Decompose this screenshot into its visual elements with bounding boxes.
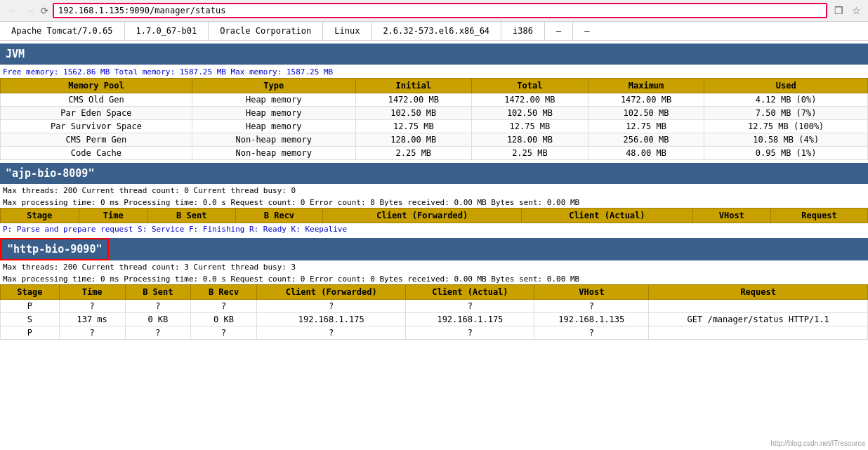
table-cell: ? [534, 326, 649, 340]
table-cell: S [1, 313, 60, 326]
ajp-thread-info-1: Max threads: 200 Current thread count: 0… [0, 184, 868, 196]
table-cell [649, 326, 868, 340]
table-header: Time [59, 285, 125, 300]
table-cell: 256.00 MB [588, 133, 704, 147]
nav-buttons: ← → ⟳ [4, 4, 48, 18]
table-cell: 10.58 MB (4%) [704, 133, 868, 147]
http-thread-line1: Max threads: 200 Current thread count: 3… [3, 263, 296, 272]
info-cell: 1.7.0_67-b01 [125, 22, 209, 40]
jvm-memory-text: Free memory: 1562.86 MB Total memory: 15… [3, 67, 333, 77]
ajp-section-header: "ajp-bio-8009" [0, 163, 868, 184]
table-header: Type [192, 79, 355, 93]
jvm-title: JVM [6, 48, 25, 60]
table-cell: ? [256, 326, 406, 340]
table-cell: 0 KB [191, 313, 257, 326]
table-row: S137 ms0 KB0 KB192.168.1.175192.168.1.17… [1, 313, 868, 326]
jvm-memory-table: Memory PoolTypeInitialTotalMaximumUsedCM… [0, 78, 868, 160]
table-cell: Par Eden Space [1, 107, 192, 120]
forward-button[interactable]: → [22, 4, 38, 18]
table-row: P?????? [1, 300, 868, 313]
table-cell: 192.168.1.175 [406, 313, 534, 326]
table-cell: 128.00 MB [355, 133, 472, 147]
table-cell: 12.75 MB [355, 120, 472, 133]
table-row: Par Eden SpaceHeap memory102.50 MB102.50… [1, 107, 868, 120]
info-cell: – [545, 22, 573, 40]
table-header: B Recv [235, 209, 323, 223]
table-header: Client (Forwarded) [323, 209, 522, 223]
table-header: Request [771, 209, 868, 223]
ajp-legend-text: P: Parse and prepare request S: Service … [3, 225, 347, 234]
table-header: Total [472, 79, 588, 93]
star-btn[interactable]: ☆ [849, 4, 864, 18]
table-cell: ? [125, 300, 191, 313]
table-header: B Recv [191, 285, 257, 300]
back-button[interactable]: ← [4, 4, 20, 18]
table-cell: Code Cache [1, 147, 192, 160]
table-header: Client (Forwarded) [256, 285, 406, 300]
page-content: Apache Tomcat/7.0.651.7.0_67-b01Oracle C… [0, 22, 868, 340]
jvm-memory-info: Free memory: 1562.86 MB Total memory: 15… [0, 65, 868, 78]
table-cell: P [1, 326, 60, 340]
table-cell: 137 ms [59, 313, 125, 326]
table-cell: Non-heap memory [192, 147, 355, 160]
table-cell: Heap memory [192, 93, 355, 107]
table-cell: Non-heap memory [192, 133, 355, 147]
info-cell: 2.6.32-573.el6.x86_64 [371, 22, 501, 40]
table-cell: 0 KB [125, 313, 191, 326]
table-cell: 12.75 MB (100%) [704, 120, 868, 133]
table-header: B Sent [125, 285, 191, 300]
info-cell: Apache Tomcat/7.0.65 [0, 22, 125, 40]
screen-btn[interactable]: ❐ [831, 4, 846, 18]
table-header: VHost [692, 209, 771, 223]
table-cell: CMS Old Gen [1, 93, 192, 107]
reload-button[interactable]: ⟳ [41, 6, 48, 16]
info-cell: – [573, 22, 600, 40]
table-cell: ? [256, 300, 406, 313]
info-cell: Linux [323, 22, 371, 40]
table-cell: ? [59, 326, 125, 340]
table-header: Request [649, 285, 868, 300]
table-header: Initial [355, 79, 472, 93]
table-cell: 4.12 MB (0%) [704, 93, 868, 107]
table-header: B Sent [147, 209, 235, 223]
table-cell: Heap memory [192, 120, 355, 133]
info-cell: i386 [501, 22, 545, 40]
ajp-legend: P: Parse and prepare request S: Service … [0, 223, 868, 235]
table-cell: 7.50 MB (7%) [704, 107, 868, 120]
table-cell: 102.50 MB [472, 107, 588, 120]
jvm-section-header: JVM [0, 44, 868, 65]
ajp-stage-table: StageTimeB SentB RecvClient (Forwarded)C… [0, 208, 868, 223]
address-bar[interactable] [53, 3, 827, 18]
table-cell: ? [534, 300, 649, 313]
ajp-thread-line1: Max threads: 200 Current thread count: 0… [3, 186, 296, 195]
ajp-thread-line2: Max processing time: 0 ms Processing tim… [3, 198, 579, 207]
table-cell: 102.50 MB [355, 107, 472, 120]
http-thread-info-1: Max threads: 200 Current thread count: 3… [0, 260, 868, 272]
table-row: CMS Perm GenNon-heap memory128.00 MB128.… [1, 133, 868, 147]
table-cell: ? [191, 326, 257, 340]
table-cell: 1472.00 MB [588, 93, 704, 107]
table-cell: ? [191, 300, 257, 313]
table-cell: 192.168.1.135 [534, 313, 649, 326]
table-row: Par Survivor SpaceHeap memory12.75 MB12.… [1, 120, 868, 133]
table-cell: 12.75 MB [588, 120, 704, 133]
table-cell [649, 300, 868, 313]
table-cell: 192.168.1.175 [256, 313, 406, 326]
http-thread-line2: Max processing time: 0 ms Processing tim… [3, 274, 579, 284]
table-header: Used [704, 79, 868, 93]
table-header: Maximum [588, 79, 704, 93]
table-header: VHost [534, 285, 649, 300]
table-header: Stage [1, 285, 60, 300]
info-cell: Oracle Corporation [209, 22, 323, 40]
table-header: Client (Actual) [522, 209, 692, 223]
table-cell: 128.00 MB [472, 133, 588, 147]
table-cell: 2.25 MB [472, 147, 588, 160]
table-cell: 1472.00 MB [355, 93, 472, 107]
table-cell: 1472.00 MB [472, 93, 588, 107]
ajp-thread-info-2: Max processing time: 0 ms Processing tim… [0, 196, 868, 208]
table-cell: 48.00 MB [588, 147, 704, 160]
table-header: Stage [1, 209, 79, 223]
table-cell: ? [125, 326, 191, 340]
http-stage-table: StageTimeB SentB RecvClient (Forwarded)C… [0, 284, 868, 340]
table-cell: 2.25 MB [355, 147, 472, 160]
